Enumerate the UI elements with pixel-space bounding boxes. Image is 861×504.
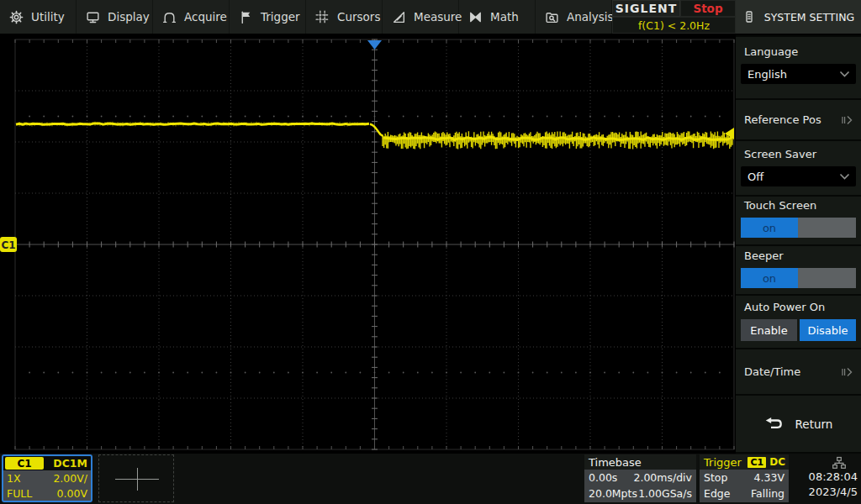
touch-screen-toggle[interactable]: on	[741, 218, 856, 238]
trigger-status: Stop	[704, 470, 727, 486]
clock-time: 08:28:04	[809, 470, 858, 483]
brand-block: SIGLENT Stop f(C1) < 2.0Hz	[612, 0, 736, 34]
menu-item-measure[interactable]: Measure	[383, 0, 459, 34]
toggle-off-segment	[798, 268, 856, 288]
timebase-title: Timebase	[589, 456, 642, 469]
timebase-panel[interactable]: Timebase 0.00s 2.00ms/div 20.0Mpts 1.00G…	[584, 454, 696, 502]
cursors-icon	[315, 10, 330, 24]
measure-icon	[392, 10, 406, 24]
flag-icon	[239, 10, 253, 24]
screen-saver-value: Off	[741, 171, 839, 183]
date-time-row[interactable]: Date/Time	[736, 349, 861, 394]
menu-item-utility[interactable]: Utility	[0, 0, 77, 34]
channel1-info-box[interactable]: C1 DC1M 1X 2.00V/ FULL 0.00V	[2, 454, 92, 502]
section-touch-screen: Touch Screen on	[736, 197, 861, 244]
bottom-status-bar: C1 DC1M 1X 2.00V/ FULL 0.00V Timebase 0.…	[0, 454, 861, 504]
siglent-logo: SIGLENT	[612, 0, 680, 17]
beeper-label: Beeper	[744, 249, 861, 262]
channel-header: C1 DC1M	[3, 456, 91, 470]
return-label: Return	[795, 417, 833, 431]
waveform-display: C1	[0, 35, 736, 454]
toggle-off-segment	[798, 218, 856, 238]
expand-icon	[841, 114, 853, 126]
acquire-icon	[162, 10, 177, 24]
reference-pos-label: Reference Pos	[744, 113, 821, 126]
return-arrow-icon	[764, 417, 784, 431]
volts-per-div: 2.00V/	[53, 471, 87, 486]
language-dropdown[interactable]: English	[741, 64, 856, 84]
trigger-position-marker[interactable]	[367, 40, 382, 50]
timebase-delay: 0.00s	[589, 470, 617, 486]
scope-svg: C1	[0, 35, 736, 454]
channel-badge: C1	[5, 457, 44, 470]
section-auto-power-on: Auto Power On Enable Disable	[736, 296, 861, 348]
menu-item-label: Math	[490, 10, 519, 24]
language-value: English	[741, 68, 839, 81]
sample-rate: 1.00GSa/s	[638, 486, 692, 501]
trigger-source-badge: C1	[747, 457, 766, 468]
trace-falling-edge	[370, 124, 383, 136]
menu-item-acquire[interactable]: Acquire	[153, 0, 230, 34]
auto-power-disable-button[interactable]: Disable	[800, 319, 856, 341]
clock-date: 2023/4/5	[809, 486, 858, 498]
plus-icon	[137, 468, 138, 491]
menu-item-cursors[interactable]: Cursors	[306, 0, 383, 34]
gear-icon	[9, 10, 24, 24]
add-channel-button[interactable]	[98, 454, 174, 502]
trigger-type: Edge	[704, 486, 730, 501]
channel-body: 1X 2.00V/ FULL 0.00V	[3, 470, 91, 501]
menu-item-display[interactable]: Display	[77, 0, 153, 34]
menu-item-label: Trigger	[261, 10, 300, 24]
touch-screen-label: Touch Screen	[744, 199, 861, 212]
bandwidth-limit: FULL	[7, 486, 32, 501]
menu-item-trigger[interactable]: Trigger	[230, 0, 306, 34]
menu-item-label: Display	[108, 10, 150, 24]
expand-icon	[841, 366, 853, 378]
display-icon	[86, 10, 100, 24]
auto-power-on-label: Auto Power On	[744, 301, 861, 313]
system-setting-panel: SYSTEM SETTING Language English Referenc…	[736, 0, 861, 454]
screen-saver-dropdown[interactable]: Off	[741, 166, 856, 186]
network-icon	[832, 456, 847, 470]
section-screen-saver: Screen Saver Off	[736, 141, 861, 195]
status-info: 08:28:04 2023/4/5	[790, 454, 861, 504]
trigger-title: Trigger	[704, 456, 742, 469]
beeper-toggle[interactable]: on	[741, 268, 856, 288]
screen-saver-label: Screen Saver	[744, 148, 861, 160]
menu-item-label: Analysis	[567, 10, 614, 24]
trigger-frequency-readout: f(C1) < 2.0Hz	[612, 17, 736, 34]
chevron-down-icon	[839, 173, 850, 181]
menu-item-math[interactable]: Math	[459, 0, 536, 34]
date-time-label: Date/Time	[744, 365, 800, 378]
probe-attenuation: 1X	[7, 471, 21, 486]
memory-depth: 20.0Mpts	[589, 486, 637, 501]
channel-coupling: DC1M	[53, 457, 87, 470]
chevron-down-icon	[839, 71, 850, 78]
menu-item-label: Acquire	[184, 10, 227, 24]
auto-power-enable-button[interactable]: Enable	[741, 319, 797, 341]
top-menu-bar: Utility Display Acquire Trigger Cursors …	[0, 0, 736, 35]
timebase-scale: 2.00ms/div	[633, 470, 692, 486]
trigger-level: 4.33V	[754, 470, 784, 486]
menu-item-label: Measure	[414, 10, 462, 24]
menu-item-label: Utility	[31, 10, 65, 24]
return-button[interactable]: Return	[736, 396, 861, 452]
trigger-panel[interactable]: Trigger C1 DC Stop 4.33V Edge Falling	[700, 454, 789, 502]
trigger-coupling: DC	[769, 456, 785, 468]
math-icon	[468, 10, 483, 24]
reference-pos-row[interactable]: Reference Pos	[736, 100, 861, 139]
toggle-on-segment: on	[741, 218, 798, 238]
acquisition-status[interactable]: Stop	[680, 0, 736, 17]
section-beeper: Beeper on	[736, 246, 861, 294]
channel-offset-marker-label: C1	[1, 239, 15, 251]
menu-item-label: Cursors	[337, 10, 380, 24]
panel-title: SYSTEM SETTING	[764, 11, 854, 24]
trace-pre-level	[16, 123, 369, 124]
trigger-slope: Falling	[751, 486, 784, 501]
language-label: Language	[744, 45, 861, 58]
list-icon	[742, 10, 756, 24]
menu-item-analysis[interactable]: Analysis	[536, 0, 612, 34]
channel-offset: 0.00V	[57, 486, 87, 501]
analysis-icon	[545, 10, 559, 24]
panel-header: SYSTEM SETTING	[736, 0, 861, 35]
